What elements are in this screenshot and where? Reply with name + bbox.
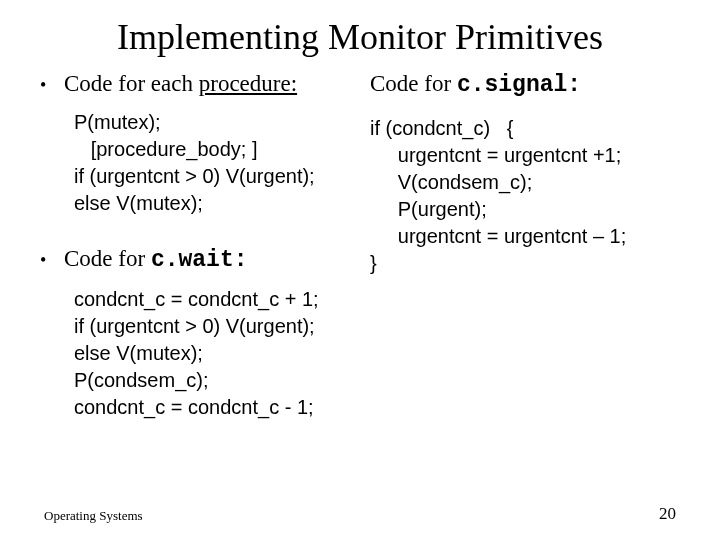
bullet-icon: •: [40, 248, 64, 272]
code-procedure: P(mutex); [procedure_body; ] if (urgentc…: [74, 109, 350, 217]
footer-left: Operating Systems: [44, 508, 143, 524]
bullet-procedure-text: Code for each procedure:: [64, 68, 297, 99]
bullet-procedure: • Code for each procedure:: [40, 68, 350, 99]
header-csignal: Code for c.signal:: [370, 68, 680, 101]
bullet-cwait-code: c.wait:: [151, 247, 248, 273]
bullet-procedure-prefix: Code for each: [64, 71, 199, 96]
right-column: Code for c.signal: if (condcnt_c) { urge…: [370, 68, 680, 447]
header-csignal-code: c.signal:: [457, 72, 581, 98]
bullet-procedure-underline: procedure:: [199, 71, 297, 96]
header-csignal-prefix: Code for: [370, 71, 457, 96]
bullet-cwait-prefix: Code for: [64, 246, 151, 271]
code-csignal: if (condcnt_c) { urgentcnt = urgentcnt +…: [370, 115, 680, 277]
bullet-cwait: • Code for c.wait:: [40, 243, 350, 276]
content-columns: • Code for each procedure: P(mutex); [pr…: [40, 68, 680, 447]
code-cwait: condcnt_c = condcnt_c + 1; if (urgentcnt…: [74, 286, 350, 421]
bullet-cwait-text: Code for c.wait:: [64, 243, 248, 276]
header-csignal-text: Code for c.signal:: [370, 68, 581, 101]
slide: Implementing Monitor Primitives • Code f…: [0, 0, 720, 540]
bullet-icon: •: [40, 73, 64, 97]
left-column: • Code for each procedure: P(mutex); [pr…: [40, 68, 350, 447]
footer-right: 20: [659, 504, 676, 524]
slide-title: Implementing Monitor Primitives: [40, 16, 680, 58]
